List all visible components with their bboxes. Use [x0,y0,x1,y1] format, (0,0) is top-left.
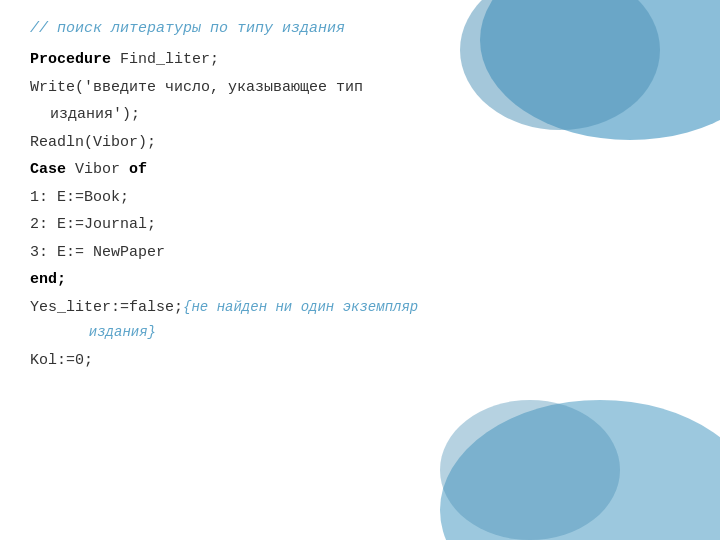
keyword-of: of [129,161,147,178]
code-line-write: Write('введите число, указывающее тип [30,75,690,101]
string-write-cont: издания' [50,106,122,123]
text-find-liter: Find_liter; [111,51,219,68]
text-vibor: Vibor [66,161,129,178]
code-line-yes-liter: Yes_liter:=false;{не найден ни один экзе… [30,295,690,346]
keyword-end: end; [30,271,66,288]
code-line-1: 1: E:=Book; [30,185,690,211]
text-yes-liter: Yes_liter:=false; [30,299,183,316]
text-readln: Readln(Vibor); [30,134,156,151]
code-block: Procedure Find_liter; Write('введите чис… [30,47,690,373]
bg-shape-bottom2 [440,400,620,540]
code-line-end: end; [30,267,690,293]
text-case-1: 1: E:=Book; [30,189,129,206]
top-comment: // поиск литературы по типу издания [30,20,690,37]
code-line-3: 3: E:= NewPaper [30,240,690,266]
keyword-procedure: Procedure [30,51,111,68]
code-line-2: 2: E:=Journal; [30,212,690,238]
code-line-write-cont: издания'); [30,102,690,128]
code-line-procedure: Procedure Find_liter; [30,47,690,73]
text-case-3: 3: E:= NewPaper [30,244,165,261]
text-write-close: ); [122,106,140,123]
text-kol: Kol:=0; [30,352,93,369]
text-write: Write( [30,79,84,96]
code-line-kol: Kol:=0; [30,348,690,374]
code-line-readln: Readln(Vibor); [30,130,690,156]
content-area: // поиск литературы по типу издания Proc… [0,0,720,395]
keyword-case: Case [30,161,66,178]
string-write: 'введите число, указывающее тип [84,79,363,96]
text-case-2: 2: E:=Journal; [30,216,156,233]
code-line-case: Case Vibor of [30,157,690,183]
